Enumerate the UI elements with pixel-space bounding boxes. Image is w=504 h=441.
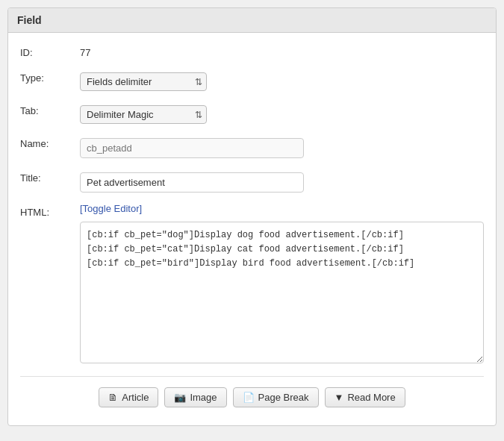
image-button[interactable]: 📷 Image [164, 387, 226, 407]
panel-title: Field [8, 8, 496, 33]
name-row: Name: [20, 134, 484, 158]
type-label: Type: [20, 69, 80, 84]
type-select[interactable]: Fields delimiter Text Textarea [80, 72, 207, 91]
type-field-wrapper: Fields delimiter Text Textarea ⇅ [80, 69, 484, 91]
read-more-button-label: Read More [347, 392, 395, 403]
title-field-wrapper [80, 169, 484, 193]
page-break-button-label: Page Break [258, 392, 309, 403]
tab-field-wrapper: Delimiter Magic General Custom ⇅ [80, 101, 484, 124]
html-textarea[interactable] [80, 222, 484, 363]
id-value: 77 [80, 43, 484, 58]
toggle-editor-link[interactable]: [Toggle Editor] [80, 203, 142, 214]
image-icon: 📷 [174, 392, 186, 403]
html-label: HTML: [20, 203, 80, 218]
read-more-icon: ▼ [335, 392, 344, 403]
tab-label: Tab: [20, 101, 80, 116]
article-button[interactable]: 🗎 Article [99, 387, 158, 407]
name-label: Name: [20, 134, 80, 149]
title-label: Title: [20, 169, 80, 184]
id-row: ID: 77 [20, 43, 484, 58]
article-button-label: Article [122, 392, 149, 403]
page-break-button[interactable]: 📄 Page Break [233, 387, 319, 407]
tab-row: Tab: Delimiter Magic General Custom ⇅ [20, 101, 484, 124]
id-label: ID: [20, 43, 80, 58]
html-row: HTML: [Toggle Editor] [20, 203, 484, 366]
name-field-wrapper [80, 134, 484, 158]
article-icon: 🗎 [108, 392, 118, 403]
title-row: Title: [20, 169, 484, 193]
page-break-icon: 📄 [243, 392, 255, 403]
field-panel: Field ID: 77 Type: Fields delimiter Text… [7, 7, 497, 426]
type-select-wrapper: Fields delimiter Text Textarea ⇅ [80, 72, 207, 91]
panel-body: ID: 77 Type: Fields delimiter Text Texta… [8, 33, 496, 425]
tab-select-wrapper: Delimiter Magic General Custom ⇅ [80, 105, 207, 124]
read-more-button[interactable]: ▼ Read More [325, 387, 405, 407]
title-input[interactable] [80, 172, 304, 193]
html-field-wrapper: [Toggle Editor] [80, 203, 484, 366]
type-row: Type: Fields delimiter Text Textarea ⇅ [20, 69, 484, 91]
button-row: 🗎 Article 📷 Image 📄 Page Break ▼ Read Mo… [20, 376, 484, 413]
image-button-label: Image [190, 392, 217, 403]
tab-select[interactable]: Delimiter Magic General Custom [80, 105, 207, 124]
name-input[interactable] [80, 138, 304, 158]
